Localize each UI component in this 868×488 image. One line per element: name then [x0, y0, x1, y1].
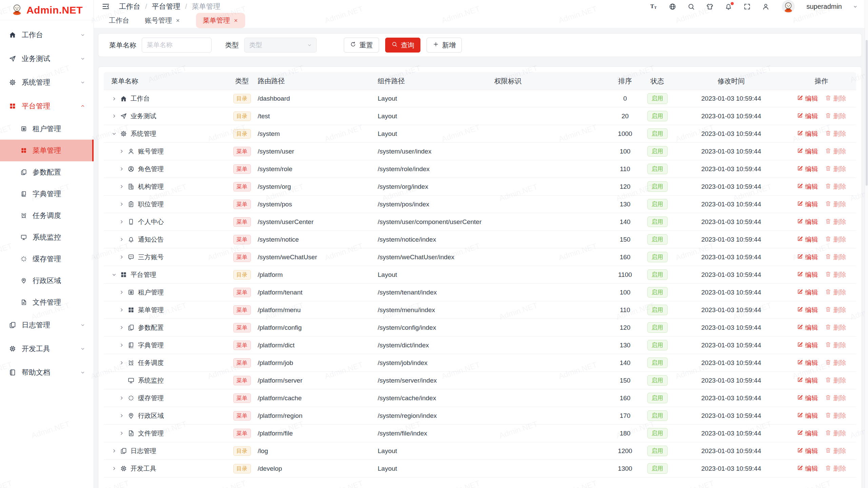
expand-row-icon[interactable]	[119, 237, 127, 243]
collapse-row-icon[interactable]	[111, 272, 119, 278]
edit-button[interactable]: 编辑	[797, 323, 818, 332]
expand-row-icon[interactable]	[111, 113, 119, 119]
expand-row-icon[interactable]	[119, 201, 127, 207]
expand-row-icon[interactable]	[111, 466, 119, 472]
delete-button[interactable]: 删除	[825, 253, 846, 262]
scrollbar-thumb[interactable]	[866, 40, 868, 186]
edit-button[interactable]: 编辑	[797, 464, 818, 473]
expand-row-icon[interactable]	[119, 289, 127, 296]
expand-row-icon[interactable]	[119, 360, 127, 366]
add-button[interactable]: 新增	[427, 38, 462, 53]
search-icon[interactable]	[687, 3, 695, 11]
delete-button[interactable]: 删除	[825, 288, 846, 297]
expand-row-icon[interactable]	[119, 342, 127, 348]
delete-button[interactable]: 删除	[825, 411, 846, 420]
edit-button[interactable]: 编辑	[797, 218, 818, 226]
expand-row-icon[interactable]	[119, 325, 127, 331]
edit-button[interactable]: 编辑	[797, 447, 818, 455]
sidebar-item-3[interactable]: 平台管理	[0, 94, 94, 118]
delete-button[interactable]: 删除	[825, 218, 846, 226]
delete-button[interactable]: 删除	[825, 200, 846, 209]
sidebar-item-0[interactable]: 工作台	[0, 23, 94, 47]
expand-row-icon[interactable]	[119, 430, 127, 436]
expand-row-icon[interactable]	[119, 166, 127, 172]
expand-row-icon[interactable]	[119, 148, 127, 155]
sidebar-item-10[interactable]: 缓存管理	[0, 248, 94, 270]
edit-button[interactable]: 编辑	[797, 429, 818, 438]
theme-icon[interactable]	[706, 3, 714, 11]
user-avatar[interactable]	[782, 0, 795, 13]
page-scrollbar[interactable]	[865, 0, 868, 488]
delete-button[interactable]: 删除	[825, 359, 846, 367]
expand-row-icon[interactable]	[119, 413, 127, 419]
sidebar-item-2[interactable]: 系统管理	[0, 70, 94, 94]
close-tab-icon[interactable]	[233, 18, 238, 23]
font-size-icon[interactable]: TT	[650, 3, 658, 11]
delete-button[interactable]: 删除	[825, 394, 846, 403]
delete-button[interactable]: 删除	[825, 182, 846, 191]
sidebar-item-4[interactable]: 租户管理	[0, 118, 94, 140]
sidebar-item-8[interactable]: 任务调度	[0, 205, 94, 226]
delete-button[interactable]: 删除	[825, 376, 846, 385]
delete-button[interactable]: 删除	[825, 147, 846, 156]
menu-name-input[interactable]	[142, 38, 212, 53]
delete-button[interactable]: 删除	[825, 464, 846, 473]
edit-button[interactable]: 编辑	[797, 200, 818, 209]
person-icon[interactable]	[762, 3, 770, 11]
edit-button[interactable]: 编辑	[797, 165, 818, 174]
sidebar-item-11[interactable]: 行政区域	[0, 270, 94, 291]
delete-button[interactable]: 删除	[825, 447, 846, 455]
tab-1[interactable]: 账号管理	[145, 16, 180, 25]
chevron-down-icon[interactable]	[853, 4, 858, 9]
edit-button[interactable]: 编辑	[797, 94, 818, 103]
expand-row-icon[interactable]	[119, 254, 127, 260]
notification-icon[interactable]	[725, 3, 732, 11]
collapse-row-icon[interactable]	[111, 131, 119, 137]
sidebar-item-5[interactable]: 菜单管理	[0, 140, 94, 161]
sidebar-item-15[interactable]: 帮助文档	[0, 361, 94, 384]
delete-button[interactable]: 删除	[825, 235, 846, 244]
sidebar-item-13[interactable]: 日志管理	[0, 313, 94, 337]
edit-button[interactable]: 编辑	[797, 288, 818, 297]
tab-2[interactable]: 菜单管理	[196, 13, 245, 28]
edit-button[interactable]: 编辑	[797, 253, 818, 262]
edit-button[interactable]: 编辑	[797, 270, 818, 279]
expand-row-icon[interactable]	[119, 307, 127, 313]
expand-row-icon[interactable]	[119, 219, 127, 225]
edit-button[interactable]: 编辑	[797, 182, 818, 191]
edit-button[interactable]: 编辑	[797, 129, 818, 138]
language-icon[interactable]	[669, 3, 676, 11]
delete-button[interactable]: 删除	[825, 94, 846, 103]
sidebar-item-1[interactable]: 业务测试	[0, 47, 94, 70]
search-button[interactable]: 查询	[385, 38, 420, 53]
close-tab-icon[interactable]	[175, 18, 180, 23]
delete-button[interactable]: 删除	[825, 306, 846, 314]
sidebar-item-12[interactable]: 文件管理	[0, 291, 94, 313]
edit-button[interactable]: 编辑	[797, 306, 818, 314]
reset-button[interactable]: 重置	[344, 38, 379, 53]
edit-button[interactable]: 编辑	[797, 235, 818, 244]
delete-button[interactable]: 删除	[825, 341, 846, 350]
expand-row-icon[interactable]	[111, 96, 119, 102]
edit-button[interactable]: 编辑	[797, 411, 818, 420]
sidebar-item-6[interactable]: 参数配置	[0, 161, 94, 183]
edit-button[interactable]: 编辑	[797, 394, 818, 403]
tab-0[interactable]: 工作台	[109, 16, 129, 25]
delete-button[interactable]: 删除	[825, 323, 846, 332]
delete-button[interactable]: 删除	[825, 112, 846, 121]
type-select[interactable]: 类型	[244, 38, 317, 53]
fullscreen-icon[interactable]	[743, 3, 751, 11]
edit-button[interactable]: 编辑	[797, 112, 818, 121]
expand-row-icon[interactable]	[119, 395, 127, 401]
breadcrumb-item[interactable]: 平台管理	[152, 2, 180, 11]
delete-button[interactable]: 删除	[825, 429, 846, 438]
edit-button[interactable]: 编辑	[797, 376, 818, 385]
logo[interactable]: Admin.NET	[0, 0, 94, 20]
edit-button[interactable]: 编辑	[797, 147, 818, 156]
expand-row-icon[interactable]	[111, 448, 119, 454]
sidebar-item-14[interactable]: 开发工具	[0, 337, 94, 361]
expand-row-icon[interactable]	[119, 184, 127, 190]
delete-button[interactable]: 删除	[825, 129, 846, 138]
collapse-sidebar-icon[interactable]	[101, 2, 110, 11]
username[interactable]: superadmin	[806, 3, 842, 11]
